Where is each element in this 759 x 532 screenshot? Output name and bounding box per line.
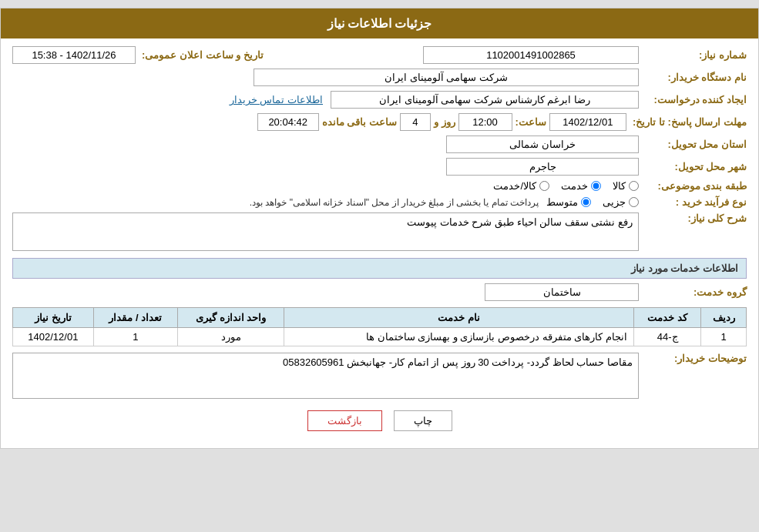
response-deadline-label: مهلت ارسال پاسخ: تا تاریخ:	[626, 116, 747, 128]
category-goods-service-radio[interactable]	[539, 181, 549, 191]
col-unit: واحد اندازه گیری	[178, 308, 284, 328]
purchase-type-partial-item: جزیی	[603, 196, 639, 208]
col-service-code: کد خدمت	[633, 308, 700, 328]
cell-date: 1402/12/01	[13, 328, 94, 346]
purchase-type-note: پرداخت تمام یا بخشی از مبلغ خریدار از مح…	[250, 197, 539, 208]
need-description-label: شرح کلی نیاز:	[639, 212, 747, 224]
cell-quantity: 1	[93, 328, 177, 346]
purchase-type-row: نوع فرآیند خرید : جزیی متوسط پرداخت تمام…	[12, 196, 747, 208]
creator-link[interactable]: اطلاعات تماس خریدار	[230, 94, 323, 105]
category-goods-item: کالا	[613, 180, 639, 192]
category-service-label: خدمت	[561, 180, 588, 192]
col-row-num: ردیف	[701, 308, 747, 328]
purchase-type-radio-group: جزیی متوسط	[546, 196, 639, 208]
datetime-label: تاریخ و ساعت اعلان عمومی:	[136, 49, 264, 61]
need-description-container: رفع نشتی سقف سالن احیاء طبق شرح خدمات پی…	[12, 212, 639, 253]
purchase-type-medium-radio[interactable]	[581, 197, 591, 207]
print-button[interactable]: چاپ	[394, 410, 452, 431]
col-date: تاریخ نیاز	[13, 308, 94, 328]
buyer-name-value: شرکت سهامی آلومینای ایران	[254, 69, 639, 86]
creator-value: رضا ابرغم کارشناس شرکت سهامی آلومینای ای…	[331, 91, 639, 109]
cell-service-name: انجام کارهای متفرقه درخصوص بازسازی و بهس…	[284, 328, 634, 346]
category-row: طبقه بندی موضوعی: کالا خدمت کالا/خدمت	[12, 180, 747, 192]
province-row: استان محل تحویل: خراسان شمالی	[12, 136, 747, 153]
cell-row-num: 1	[701, 328, 747, 346]
category-service-radio[interactable]	[591, 181, 601, 191]
buyer-name-label: نام دستگاه خریدار:	[639, 72, 747, 83]
purchase-type-medium-label: متوسط	[546, 196, 578, 208]
button-row: چاپ بازگشت	[12, 410, 747, 431]
city-row: شهر محل تحویل: جاجرم	[12, 158, 747, 176]
buyer-notes-text: مقاصا حساب لحاظ گردد- پرداخت 30 روز پس ا…	[283, 356, 633, 368]
buyer-name-row: نام دستگاه خریدار: شرکت سهامی آلومینای ا…	[12, 69, 747, 86]
need-number-label: شماره نیاز:	[639, 49, 747, 61]
response-days-label: روز و	[434, 116, 455, 128]
service-group-row: گروه خدمت: ساختمان	[12, 283, 747, 301]
main-content: شماره نیاز: 1102001491002865 تاریخ و ساع…	[1, 38, 758, 448]
creator-label: ایجاد کننده درخواست:	[639, 94, 747, 105]
purchase-type-partial-label: جزیی	[603, 196, 626, 208]
table-row: 1 ج-44 انجام کارهای متفرقه درخصوص بازساز…	[13, 328, 747, 346]
service-group-label: گروه خدمت:	[639, 286, 747, 298]
buyer-notes-container: مقاصا حساب لحاظ گردد- پرداخت 30 روز پس ا…	[12, 353, 639, 401]
services-section-title: اطلاعات خدمات مورد نیاز	[12, 258, 747, 279]
category-service-item: خدمت	[561, 180, 601, 192]
purchase-type-medium-item: متوسط	[546, 196, 591, 208]
need-description-row: شرح کلی نیاز: رفع نشتی سقف سالن احیاء طب…	[12, 212, 747, 253]
category-goods-label: کالا	[613, 180, 626, 192]
col-service-name: نام خدمت	[284, 308, 634, 328]
col-quantity: تعداد / مقدار	[93, 308, 177, 328]
response-deadline-row: مهلت ارسال پاسخ: تا تاریخ: 1402/12/01 سا…	[12, 113, 747, 131]
need-number-row: شماره نیاز: 1102001491002865 تاریخ و ساع…	[12, 46, 747, 64]
purchase-type-partial-radio[interactable]	[629, 197, 639, 207]
page-wrapper: جزئیات اطلاعات نیاز شماره نیاز: 11020014…	[0, 8, 759, 449]
city-label: شهر محل تحویل:	[639, 161, 747, 172]
cell-service-code: ج-44	[633, 328, 700, 346]
category-label: طبقه بندی موضوعی:	[639, 180, 747, 192]
province-value: خراسان شمالی	[446, 136, 639, 153]
services-table-container: ردیف کد خدمت نام خدمت واحد اندازه گیری ت…	[12, 307, 747, 346]
city-value: جاجرم	[446, 158, 639, 176]
datetime-value: 1402/11/26 - 15:38	[12, 46, 136, 64]
response-days: 4	[400, 113, 431, 131]
category-goods-radio[interactable]	[629, 181, 639, 191]
response-remaining: 20:04:42	[257, 113, 319, 131]
buyer-notes-label: توضیحات خریدار:	[639, 353, 747, 364]
category-goods-service-item: کالا/خدمت	[493, 180, 549, 192]
response-date: 1402/12/01	[549, 113, 626, 131]
need-number-value: 1102001491002865	[423, 46, 639, 64]
cell-unit: مورد	[178, 328, 284, 346]
services-table: ردیف کد خدمت نام خدمت واحد اندازه گیری ت…	[12, 307, 747, 346]
back-button[interactable]: بازگشت	[307, 410, 382, 431]
table-header-row: ردیف کد خدمت نام خدمت واحد اندازه گیری ت…	[13, 308, 747, 328]
need-description-text: رفع نشتی سقف سالن احیاء طبق شرح خدمات پی…	[407, 216, 633, 228]
province-label: استان محل تحویل:	[639, 139, 747, 150]
page-title: جزئیات اطلاعات نیاز	[1, 8, 758, 38]
response-remaining-label: ساعت باقی مانده	[322, 116, 397, 128]
category-goods-service-label: کالا/خدمت	[493, 180, 536, 192]
service-group-value: ساختمان	[485, 283, 639, 301]
category-radio-group: کالا خدمت کالا/خدمت	[493, 180, 639, 192]
response-time-label: ساعت:	[516, 116, 546, 128]
buyer-notes-row: توضیحات خریدار: مقاصا حساب لحاظ گردد- پر…	[12, 353, 747, 401]
creator-row: ایجاد کننده درخواست: رضا ابرغم کارشناس ش…	[12, 91, 747, 109]
purchase-type-label: نوع فرآیند خرید :	[639, 196, 747, 208]
response-time: 12:00	[458, 113, 512, 131]
